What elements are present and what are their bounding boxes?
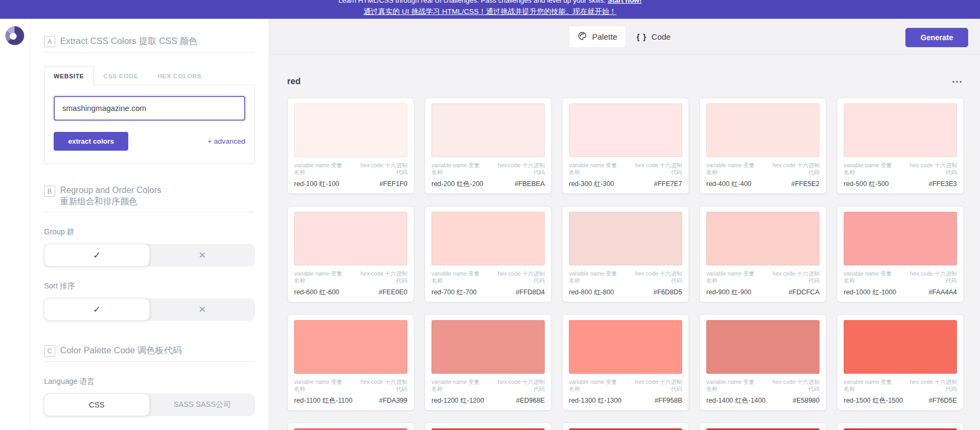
sort-toggle-off[interactable]: ✕ [150,298,255,321]
palette-icon [577,31,587,42]
tab-css-code[interactable]: CSS CODE [94,66,148,85]
color-card[interactable]: variable name 变量名称 hex code 十六进制代码 red-1… [287,314,414,411]
language-toggle: CSS SASS SASS公司 [44,394,255,416]
color-hex-value: #FF958B [655,397,682,404]
color-swatch[interactable] [844,320,957,374]
group-toggle-on[interactable]: ✓ [44,244,150,266]
color-card[interactable]: variable name 变量名称 hex code 十六进制代码 [562,422,689,430]
hex-code-header: hex code 十六进制代码 [492,270,545,284]
color-card[interactable]: variable name 变量名称 hex code 十六进制代码 red-1… [425,314,552,411]
color-card[interactable]: variable name 变量名称 hex code 十六进制代码 red-1… [562,314,689,411]
color-card[interactable]: variable name 变量名称 hex code 十六进制代码 red-1… [837,206,964,302]
language-label: Language 语言 [44,377,255,387]
code-view-button[interactable]: { } Code [628,27,679,46]
color-card[interactable]: variable name 变量名称 hex code 十六进制代码 red-5… [837,98,964,194]
color-swatch[interactable] [706,320,820,374]
color-swatch[interactable] [569,103,682,157]
section-c-header: C Color Palette Code 调色板代码 [44,344,255,357]
color-swatch[interactable] [844,212,957,265]
more-options-button[interactable]: ... [951,77,964,86]
section-b-title-en: Regroup and Order Colors [60,184,162,196]
color-swatch[interactable] [569,212,682,265]
color-hex-value: #F6D8D5 [654,288,683,296]
check-icon: ✓ [93,304,100,315]
color-swatch[interactable] [294,320,407,374]
color-card[interactable]: variable name 变量名称 hex code 十六进制代码 [425,422,552,430]
color-swatch[interactable] [294,103,407,157]
color-swatch[interactable] [294,212,407,265]
banner-start-now-link[interactable]: Start now! [608,0,642,4]
color-card[interactable]: variable name 变量名称 hex code 十六进制代码 red-8… [562,206,689,302]
color-swatch[interactable] [844,103,957,157]
advanced-link[interactable]: + advanced [208,137,245,145]
color-variable-name: red-1300 红-1300 [569,396,621,405]
color-swatch[interactable] [432,103,545,157]
color-swatch[interactable] [706,212,820,265]
hex-code-header: hex code 十六进制代码 [767,270,820,284]
color-swatch[interactable] [706,103,820,157]
palette-view-button[interactable]: Palette [569,26,625,47]
variable-name-header: variable name 变量名称 [706,379,757,392]
variable-name-header: variable name 变量名称 [844,162,895,176]
sort-toggle-on[interactable]: ✓ [44,298,150,321]
color-variable-name: red-600 红-600 [294,288,339,297]
hex-code-header: hex code 十六进制代码 [904,162,957,176]
color-card[interactable]: variable name 变量名称 hex code 十六进制代码 red-9… [699,206,827,302]
color-hex-value: #FFE5E2 [791,180,820,188]
color-variable-name: red-1500 红色-1500 [844,396,903,405]
banner-text-zh[interactable]: 通过真实的 UI 挑战学习 HTML/CSS！通过挑战并提升您的技能。现在就开始… [0,6,980,18]
color-card[interactable]: variable name 变量名称 hex code 十六进制代码 red-1… [699,314,827,411]
main-area: Palette { } Code Generate red ... variab… [268,19,980,430]
variable-name-header: variable name 变量名称 [844,379,895,392]
variable-name-header: variable name 变量名称 [294,270,345,284]
variable-name-header: variable name 变量名称 [432,379,482,392]
color-card[interactable]: variable name 变量名称 hex code 十六进制代码 red-2… [425,98,552,194]
language-option-css[interactable]: CSS [44,394,150,416]
color-hex-value: #FEF1F0 [379,180,407,188]
code-view-label: Code [652,32,671,41]
color-hex-value: #ED968E [516,397,545,404]
color-hex-value: #FEE0E0 [378,288,407,296]
hex-code-header: hex code 十六进制代码 [630,162,682,176]
check-icon: ✓ [93,250,100,261]
variable-name-header: variable name 变量名称 [706,270,757,284]
color-card[interactable]: variable name 变量名称 hex code 十六进制代码 red-3… [562,98,689,194]
group-toggle-off[interactable]: ✕ [150,244,255,266]
variable-name-header: variable name 变量名称 [294,379,345,392]
color-variable-name: red-100 红-100 [294,180,339,189]
color-card[interactable]: variable name 变量名称 hex code 十六进制代码 [837,422,964,430]
color-card[interactable]: variable name 变量名称 hex code 十六进制代码 red-1… [287,98,414,194]
palette-content: red ... variable name 变量名称 hex code 十六进制… [268,55,980,430]
color-variable-name: red-1200 红-1200 [432,396,484,405]
color-variable-name: red-1000 红-1000 [844,288,896,297]
color-swatch[interactable] [432,212,545,265]
color-card[interactable]: variable name 变量名称 hex code 十六进制代码 red-7… [425,206,552,302]
color-swatch[interactable] [432,320,545,374]
cross-icon: ✕ [199,304,206,315]
language-option-sass[interactable]: SASS SASS公司 [150,394,255,416]
website-url-input[interactable] [54,96,245,121]
section-a-badge: A [44,36,55,47]
variable-name-header: variable name 变量名称 [432,270,482,284]
sort-label: Sort 排序 [44,281,255,291]
extract-colors-button[interactable]: extract colors [54,132,128,151]
website-panel: extract colors + advanced [44,85,255,164]
color-card[interactable]: variable name 变量名称 hex code 十六进制代码 red-4… [699,98,827,194]
variable-name-header: variable name 变量名称 [569,379,620,392]
section-c-divider [44,361,255,362]
promo-banner: Learn HTML/CSS through real UI challenge… [0,0,980,19]
app-logo[interactable] [5,26,24,45]
variable-name-header: variable name 变量名称 [706,162,757,176]
color-card[interactable]: variable name 变量名称 hex code 十六进制代码 red-1… [837,314,964,411]
tab-website[interactable]: WEBSITE [44,66,94,85]
color-card[interactable]: variable name 变量名称 hex code 十六进制代码 [287,422,414,430]
color-card[interactable]: variable name 变量名称 hex code 十六进制代码 [699,422,827,430]
hex-code-header: hex code 十六进制代码 [630,379,682,392]
generate-button[interactable]: Generate [905,28,968,47]
color-card[interactable]: variable name 变量名称 hex code 十六进制代码 red-6… [287,206,414,302]
variable-name-header: variable name 变量名称 [569,162,620,176]
color-hex-value: #F76D5E [928,397,957,404]
color-swatch[interactable] [569,320,682,374]
section-b-badge: B [44,186,55,197]
tab-hex-colors[interactable]: HEX COLORS [148,66,211,85]
